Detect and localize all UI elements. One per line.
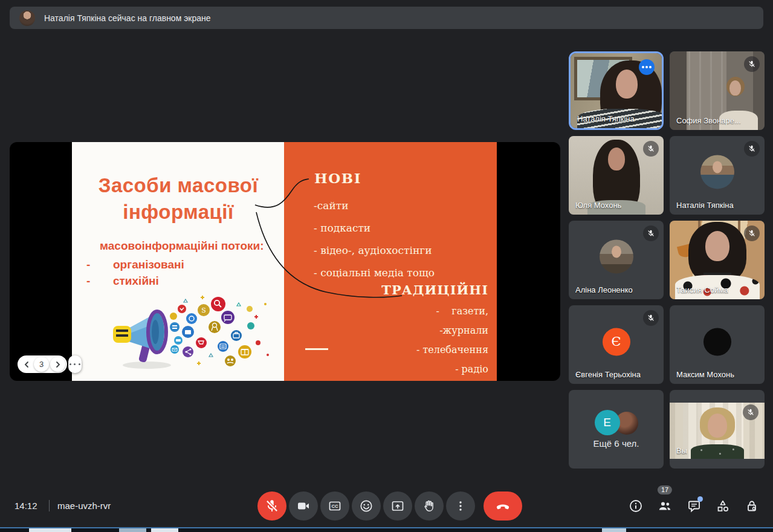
slide-flow-list: - організовані - стихійні (86, 258, 184, 291)
self-view-tile[interactable]: Вы (670, 390, 765, 469)
emoji-reactions-button[interactable] (352, 491, 381, 521)
mic-muted-indicator (643, 225, 659, 241)
slide-orange-panel: НОВІ -сайти - подкасти - відео-, аудіохо… (284, 142, 497, 381)
new-media-heading: НОВІ (314, 170, 361, 186)
end-call-button[interactable] (484, 491, 522, 521)
list-item: - організовані (86, 258, 184, 271)
presenter-avatar (19, 10, 35, 26)
participant-name: Максим Мохонь (676, 370, 734, 379)
previous-slide-button[interactable] (19, 357, 34, 372)
meeting-details-button[interactable] (629, 499, 643, 513)
participant-tile[interactable]: Аліна Леоненко (569, 221, 664, 299)
divider (49, 500, 50, 511)
call-controls: CC (257, 491, 522, 521)
os-taskbar-edge (0, 527, 773, 532)
mic-muted-indicator (744, 56, 760, 72)
captions-button[interactable]: CC (320, 491, 349, 521)
avatar (600, 239, 633, 273)
decorative-dash (305, 348, 328, 350)
list-item: - радіо (416, 363, 488, 375)
participant-name: Таисия Сойма (676, 285, 728, 294)
presenting-banner-text: Наталія Тяпкіна сейчас на главном экране (44, 13, 211, 23)
avatar: Є (603, 328, 630, 355)
mic-muted-indicator (643, 141, 659, 157)
social-icons-cloud: S (170, 296, 269, 366)
slide-nav-pill: 3 (18, 355, 67, 373)
traditional-media-heading: ТРАДИЦІЙНІ (381, 282, 488, 297)
list-item: - телебачення (416, 344, 488, 355)
list-item: - соціальні медіа тощо (314, 267, 435, 279)
list-item: - подкасти (314, 222, 435, 234)
list-item: -журнали (416, 325, 488, 336)
shared-screen-stage: Засоби масової інформації масовоінформац… (10, 142, 560, 381)
taskbar-window-button (151, 528, 178, 532)
more-options-button[interactable] (446, 491, 475, 521)
participant-name: Наталія Тяпкіна (577, 114, 635, 123)
taskbar-window-button (29, 528, 71, 532)
participant-tile[interactable]: Наталія Тяпкіна (670, 136, 765, 215)
overflow-count-label: Ещё 6 чел. (569, 438, 664, 449)
overflow-tile[interactable]: E Ещё 6 чел. (569, 390, 664, 469)
slide-title: Засоби масової інформації (72, 172, 285, 225)
slide-more-options-button[interactable] (68, 355, 82, 373)
slide-navigation: 3 (18, 355, 82, 373)
megaphone-social-media-graphic: S (107, 292, 276, 371)
next-slide-button[interactable] (50, 357, 65, 372)
mic-muted-indicator (743, 404, 758, 420)
participant-tile[interactable]: София Звонаре... (670, 51, 765, 130)
bullet: - (86, 258, 113, 271)
flow-item: стихійні (113, 274, 159, 288)
taskbar-window-button (119, 528, 146, 532)
mic-off-button[interactable] (257, 491, 286, 521)
host-controls-button[interactable] (745, 499, 759, 513)
presenting-banner: Наталія Тяпкіна сейчас на главном экране (10, 7, 763, 29)
avatar (700, 155, 734, 189)
overflow-avatars: E (595, 410, 638, 436)
mic-muted-indicator (744, 141, 760, 157)
avatar (703, 328, 731, 355)
list-item: -сайти (314, 199, 435, 212)
raise-hand-button[interactable] (415, 491, 444, 521)
chat-notification-dot (697, 496, 703, 502)
participant-tile[interactable]: Таисия Сойма (670, 221, 765, 299)
taskbar-window-button (602, 528, 626, 532)
slide-subtitle: масовоінформаційні потоки: (100, 239, 264, 253)
present-screen-button[interactable] (383, 491, 412, 521)
svg-text:S: S (201, 307, 206, 314)
participant-name: Наталія Тяпкіна (676, 201, 734, 210)
mic-muted-indicator (744, 225, 760, 241)
participant-name: София Звонаре... (676, 116, 741, 125)
participant-name: Юля Мохонь (575, 201, 621, 210)
participants-button[interactable]: 17 (658, 499, 672, 513)
clock: 14:12 (15, 501, 37, 511)
participants-grid: Наталія Тяпкіна София Звонаре... Юля Мох… (569, 51, 765, 469)
list-item: - відео-, аудіохостінги (314, 244, 435, 256)
camera-button[interactable] (289, 491, 318, 521)
chat-button[interactable] (687, 499, 701, 513)
flow-item: організовані (113, 258, 184, 271)
new-media-list: -сайти - подкасти - відео-, аудіохостінг… (314, 199, 435, 289)
tile-options-button[interactable] (639, 59, 655, 75)
activities-button[interactable] (716, 499, 730, 513)
participant-tile[interactable]: Є Євгенія Терьохіна (569, 305, 664, 384)
participant-tile[interactable]: Юля Мохонь (569, 136, 664, 215)
participant-name: Вы (676, 446, 687, 455)
slide-page-number: 3 (34, 357, 49, 372)
avatar: E (595, 410, 620, 435)
list-item: - газети, (416, 305, 488, 317)
participant-tile[interactable]: Максим Мохонь (670, 305, 765, 384)
meeting-panels: 17 (629, 499, 759, 513)
list-item: - стихійні (86, 274, 184, 288)
bullet: - (86, 274, 113, 288)
mic-muted-indicator (643, 310, 659, 326)
participants-count-badge: 17 (658, 485, 672, 495)
svg-text:CC: CC (332, 504, 338, 509)
meeting-code: mae-uvzh-rvr (57, 501, 111, 511)
participant-name: Аліна Леоненко (575, 285, 633, 294)
participant-tile[interactable]: Наталія Тяпкіна (569, 51, 664, 130)
participant-name: Євгенія Терьохіна (575, 370, 641, 379)
traditional-media-list: - газети, -журнали - телебачення - радіо (416, 305, 488, 381)
presentation-slide: Засоби масової інформації масовоінформац… (72, 142, 497, 381)
